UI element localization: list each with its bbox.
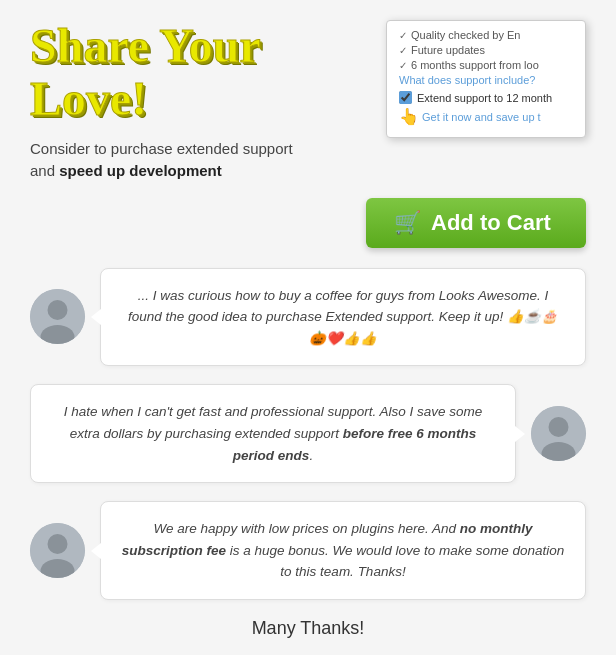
testimonial-3-text: We are happy with low prices on plugins … [122, 521, 565, 579]
popup-item-updates: ✓ Future updates [399, 44, 573, 56]
testimonial-1-text: ... I was curious how to buy a coffee fo… [128, 288, 558, 346]
page-wrapper: Share Your Love! Consider to purchase ex… [0, 0, 616, 655]
left-content: Share Your Love! Consider to purchase ex… [30, 20, 376, 183]
testimonial-row-3: We are happy with low prices on plugins … [30, 501, 586, 600]
extend-support-row: Extend support to 12 month [399, 91, 573, 104]
cart-icon: 🛒 [394, 210, 421, 236]
popup-dropdown: ✓ Quality checked by En ✓ Future updates… [386, 20, 586, 138]
svg-point-7 [48, 534, 68, 554]
add-to-cart-button[interactable]: 🛒 Add to Cart [366, 198, 586, 248]
many-thanks: Many Thanks! [30, 618, 586, 639]
testimonial-row-2: I hate when I can't get fast and profess… [30, 384, 586, 483]
speech-bubble-2: I hate when I can't get fast and profess… [30, 384, 516, 483]
add-to-cart-label: Add to Cart [431, 210, 551, 236]
popup-item-quality: ✓ Quality checked by En [399, 29, 573, 41]
popup-item-support: ✓ 6 months support from loo [399, 59, 573, 71]
speech-bubble-1: ... I was curious how to buy a coffee fo… [100, 268, 586, 367]
avatar-2 [531, 406, 586, 461]
cart-section: 🛒 Add to Cart [30, 198, 586, 248]
updates-checkmark: ✓ [399, 45, 407, 56]
testimonials: ... I was curious how to buy a coffee fo… [30, 268, 586, 600]
extend-support-checkbox[interactable] [399, 91, 412, 104]
avatar-3 [30, 523, 85, 578]
subtitle: Consider to purchase extended support an… [30, 138, 376, 183]
svg-point-4 [549, 417, 569, 437]
support-link[interactable]: What does support include? [399, 74, 573, 86]
quality-checkmark: ✓ [399, 30, 407, 41]
header-section: Share Your Love! Consider to purchase ex… [30, 20, 586, 183]
share-title: Share Your Love! [30, 20, 376, 126]
cursor-icon: 👆 [399, 107, 419, 126]
support-checkmark: ✓ [399, 60, 407, 71]
testimonial-2-text: I hate when I can't get fast and profess… [64, 404, 483, 462]
svg-point-1 [48, 300, 68, 320]
cursor-row: 👆 Get it now and save up t [399, 107, 573, 126]
speech-bubble-3: We are happy with low prices on plugins … [100, 501, 586, 600]
testimonial-row-1: ... I was curious how to buy a coffee fo… [30, 268, 586, 367]
avatar-1 [30, 289, 85, 344]
